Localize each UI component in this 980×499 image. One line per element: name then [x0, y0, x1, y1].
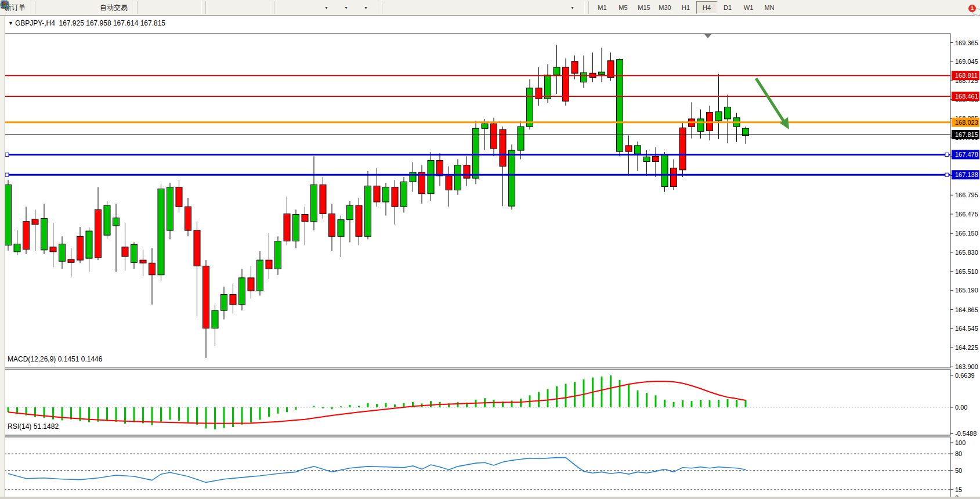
candle-body: [401, 182, 407, 207]
candle-body: [518, 126, 524, 150]
macd-panel[interactable]: [5, 370, 950, 435]
toolbar-separator: [270, 1, 274, 14]
price-axis-label: 166.150: [955, 230, 978, 237]
timeframe-button-m5[interactable]: M5: [613, 1, 634, 14]
price-axis-label: 169.365: [955, 39, 978, 46]
symbol-ohlc-label: ▼GBPJPY-,H4 167.925 167.958 167.614 167.…: [8, 19, 165, 27]
tile-windows-button[interactable]: [248, 1, 267, 15]
candle-body: [653, 156, 659, 161]
hline-handle[interactable]: [945, 153, 949, 156]
candle-body: [239, 278, 245, 305]
price-axis-label: 164.225: [955, 344, 978, 351]
text-label-tool-button[interactable]: T: [543, 1, 562, 15]
chart-shift-button[interactable]: [297, 1, 316, 15]
price-axis-label: 166.795: [955, 191, 978, 198]
candle-body: [671, 168, 677, 187]
auto-trading-button[interactable]: 自动交易: [97, 1, 130, 15]
candle-body: [293, 214, 299, 241]
indicators-button[interactable]: ▾: [317, 1, 335, 15]
trendline-tool-button[interactable]: [464, 1, 483, 15]
candle-body: [715, 112, 722, 121]
templates-button[interactable]: ▾: [356, 1, 375, 15]
chart-canvas: 169.365169.045168.725168.405168.085167.7…: [0, 32, 980, 499]
notification-badge: 1: [968, 5, 976, 12]
candle-body: [545, 75, 551, 99]
timeframe-button-m30[interactable]: M30: [654, 1, 675, 14]
market-window-button[interactable]: [58, 1, 77, 15]
candle-body: [167, 187, 173, 230]
rsi-axis-label: 100: [955, 439, 965, 446]
candle-body: [536, 88, 542, 99]
candle-body: [221, 294, 227, 310]
timeframe-button-mn[interactable]: MN: [759, 1, 780, 14]
auto-scroll-button[interactable]: [277, 1, 296, 15]
dropdown-arrow-icon: ▾: [571, 5, 573, 10]
candle-body: [41, 219, 48, 250]
candle-body: [203, 266, 209, 328]
timeframe-button-m1[interactable]: M1: [592, 1, 613, 14]
candle-body: [185, 207, 191, 230]
candle-body: [383, 187, 389, 202]
candle-body: [635, 146, 641, 154]
candle-body: [554, 67, 560, 75]
timeframe-button-h1[interactable]: H1: [675, 1, 696, 14]
cursor-tool-button[interactable]: [385, 1, 404, 15]
candle-body: [581, 73, 587, 82]
hline-handle[interactable]: [945, 173, 949, 176]
candle-body: [697, 119, 704, 131]
main-chart-panel[interactable]: [5, 34, 950, 368]
horizontal-line-tool-button[interactable]: [444, 1, 463, 15]
vertical-line-tool-button[interactable]: [425, 1, 443, 15]
candle-body: [275, 241, 281, 269]
candle-body: [509, 150, 515, 206]
timeframe-button-d1[interactable]: D1: [717, 1, 738, 14]
timeframe-button-m15[interactable]: M15: [634, 1, 654, 14]
auto-trading-label: 自动交易: [100, 3, 128, 13]
candle-body: [311, 185, 317, 221]
price-axis-label: 169.045: [955, 58, 978, 65]
candlestick-chart-button[interactable]: [160, 1, 179, 15]
toolbar-separator: [378, 1, 382, 14]
rsi-panel[interactable]: [5, 437, 950, 499]
signals-button[interactable]: [78, 1, 96, 15]
price-tag-label: 167.478: [955, 151, 978, 158]
candle-body: [77, 236, 84, 260]
text-tool-button[interactable]: A: [523, 1, 542, 15]
candle-body: [410, 172, 416, 182]
candle-body: [437, 160, 443, 176]
styler-button[interactable]: [38, 1, 57, 15]
candle-body: [428, 160, 434, 193]
rsi-axis-label: 80: [955, 450, 962, 457]
periods-button[interactable]: ▾: [337, 1, 355, 15]
arrows-tool-button[interactable]: ▾: [563, 1, 581, 15]
candle-body: [32, 219, 38, 225]
line-chart-button[interactable]: [180, 1, 198, 15]
bar-chart-button[interactable]: [140, 1, 159, 15]
rsi-indicator-label: RSI(14) 51.1482: [8, 422, 59, 431]
candle-body: [104, 205, 110, 235]
candle-body: [455, 165, 461, 190]
candle-body: [266, 260, 272, 269]
channel-tool-button[interactable]: E: [484, 1, 502, 15]
candle-body: [464, 165, 470, 178]
window-bottom-strip: [0, 497, 980, 499]
zoom-out-button[interactable]: [229, 1, 247, 15]
search-icon[interactable]: [0, 0, 10, 10]
candle-body: [320, 185, 326, 214]
candle-body: [482, 124, 488, 128]
timeframe-button-h4[interactable]: H4: [696, 1, 717, 14]
rsi-axis-label: 15: [955, 486, 962, 493]
crosshair-tool-button[interactable]: [405, 1, 424, 15]
collapse-triangle-icon[interactable]: ▼: [8, 20, 13, 26]
macd-axis-label: 0.00: [955, 404, 967, 411]
timeframe-button-w1[interactable]: W1: [738, 1, 759, 14]
toolbar-separator: [584, 1, 589, 14]
candle-body: [365, 186, 371, 236]
dropdown-arrow-icon: ▾: [325, 5, 327, 10]
fibonacci-tool-button[interactable]: F: [504, 1, 522, 15]
macd-indicator-label: MACD(12,26,9) 0.1451 0.1446: [8, 355, 102, 363]
hline-handle[interactable]: [5, 153, 9, 156]
hline-handle[interactable]: [5, 173, 9, 176]
chart-window[interactable]: 169.365169.045168.725168.405168.085167.7…: [0, 16, 980, 499]
zoom-in-button[interactable]: [209, 1, 227, 15]
